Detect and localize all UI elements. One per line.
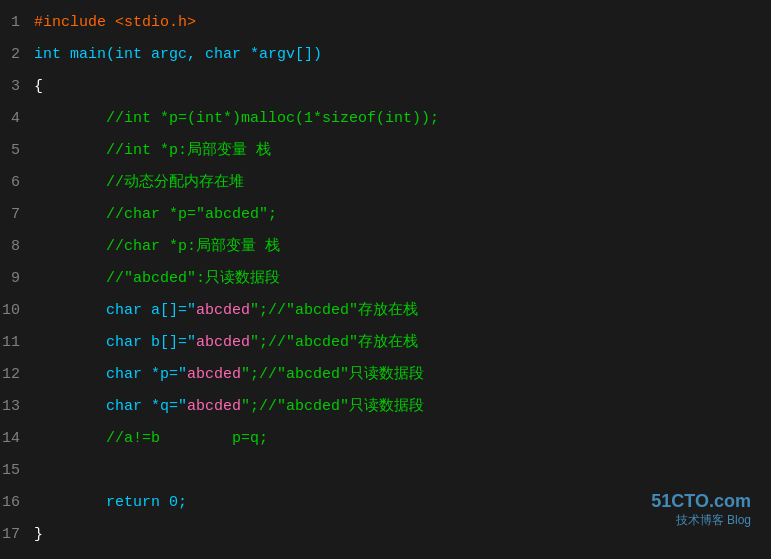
line-content: char *q="abcded";//"abcded"只读数据段 — [28, 392, 424, 422]
line-number: 5 — [0, 136, 28, 166]
line-content: int main(int argc, char *argv[]) — [28, 40, 322, 70]
code-line: 14 //a!=b p=q; — [0, 424, 771, 456]
code-line: 5 //int *p:局部变量 栈 — [0, 136, 771, 168]
line-content: char a[]="abcded";//"abcded"存放在栈 — [28, 296, 418, 326]
line-number: 11 — [0, 328, 28, 358]
line-number: 16 — [0, 488, 28, 518]
code-segment: //a!=b p=q; — [34, 430, 268, 447]
code-segment: char — [205, 46, 241, 63]
code-segment: b[]=" — [142, 334, 196, 351]
code-line: 6 //动态分配内存在堆 — [0, 168, 771, 200]
code-line: 1#include <stdio.h> — [0, 8, 771, 40]
code-segment: argc, — [142, 46, 205, 63]
code-segment: a[]=" — [142, 302, 196, 319]
code-segment: main( — [61, 46, 115, 63]
code-segment: ";//"abcded"存放在栈 — [250, 302, 418, 319]
line-number: 3 — [0, 72, 28, 102]
code-segment: ";//"abcded"只读数据段 — [241, 398, 424, 415]
code-segment — [34, 366, 106, 383]
code-segment: //"abcded":只读数据段 — [34, 270, 280, 287]
line-content: //a!=b p=q; — [28, 424, 268, 454]
code-line: 4 //int *p=(int*)malloc(1*sizeof(int)); — [0, 104, 771, 136]
line-content: //int *p:局部变量 栈 — [28, 136, 271, 166]
code-segment: #include <stdio.h> — [34, 14, 196, 31]
line-content: { — [28, 72, 43, 102]
code-line: 15 — [0, 456, 771, 488]
line-content: char b[]="abcded";//"abcded"存放在栈 — [28, 328, 418, 358]
line-number: 17 — [0, 520, 28, 550]
code-lines: 1#include <stdio.h>2int main(int argc, c… — [0, 8, 771, 552]
code-segment: //char *p="abcded"; — [34, 206, 277, 223]
line-number: 9 — [0, 264, 28, 294]
code-segment: return — [106, 494, 160, 511]
line-number: 15 — [0, 456, 28, 486]
code-line: 8 //char *p:局部变量 栈 — [0, 232, 771, 264]
line-content: char *p="abcded";//"abcded"只读数据段 — [28, 360, 424, 390]
line-number: 14 — [0, 424, 28, 454]
code-line: 10 char a[]="abcded";//"abcded"存放在栈 — [0, 296, 771, 328]
code-line: 9 //"abcded":只读数据段 — [0, 264, 771, 296]
line-content: //char *p:局部变量 栈 — [28, 232, 280, 262]
watermark-sub: 技术博客 Blog — [651, 512, 751, 529]
code-segment: //动态分配内存在堆 — [34, 174, 244, 191]
code-line: 12 char *p="abcded";//"abcded"只读数据段 — [0, 360, 771, 392]
line-content: //char *p="abcded"; — [28, 200, 277, 230]
line-number: 4 — [0, 104, 28, 134]
code-segment: //int *p:局部变量 栈 — [34, 142, 271, 159]
line-content: //动态分配内存在堆 — [28, 168, 244, 198]
code-segment: *p=" — [142, 366, 187, 383]
watermark: 51CTO.com 技术博客 Blog — [651, 491, 751, 529]
code-segment: abcded — [187, 366, 241, 383]
line-content: //"abcded":只读数据段 — [28, 264, 280, 294]
line-content: return 0; — [28, 488, 187, 518]
code-segment: //int *p=(int*)malloc(1*sizeof(int)); — [34, 110, 439, 127]
code-segment: int — [34, 46, 61, 63]
code-segment: { — [34, 78, 43, 95]
line-number: 10 — [0, 296, 28, 326]
code-segment — [34, 302, 106, 319]
code-segment: *argv[]) — [241, 46, 322, 63]
code-segment: abcded — [196, 334, 250, 351]
code-segment: abcded — [187, 398, 241, 415]
code-segment: ";//"abcded"只读数据段 — [241, 366, 424, 383]
line-number: 12 — [0, 360, 28, 390]
code-segment: //char *p:局部变量 栈 — [34, 238, 280, 255]
code-line: 13 char *q="abcded";//"abcded"只读数据段 — [0, 392, 771, 424]
line-number: 7 — [0, 200, 28, 230]
watermark-main: 51CTO.com — [651, 491, 751, 512]
code-line: 7 //char *p="abcded"; — [0, 200, 771, 232]
code-segment: char — [106, 366, 142, 383]
line-number: 1 — [0, 8, 28, 38]
line-number: 2 — [0, 40, 28, 70]
code-segment: int — [115, 46, 142, 63]
line-content: //int *p=(int*)malloc(1*sizeof(int)); — [28, 104, 439, 134]
line-number: 6 — [0, 168, 28, 198]
code-segment — [34, 398, 106, 415]
code-segment: char — [106, 398, 142, 415]
line-content: } — [28, 520, 43, 550]
code-line: 2int main(int argc, char *argv[]) — [0, 40, 771, 72]
line-number: 8 — [0, 232, 28, 262]
code-segment: } — [34, 526, 43, 543]
line-number: 13 — [0, 392, 28, 422]
code-segment: *q=" — [142, 398, 187, 415]
code-line: 11 char b[]="abcded";//"abcded"存放在栈 — [0, 328, 771, 360]
line-content: #include <stdio.h> — [28, 8, 196, 38]
code-segment: 0; — [160, 494, 187, 511]
code-line: 3{ — [0, 72, 771, 104]
code-segment: char — [106, 334, 142, 351]
code-segment — [34, 334, 106, 351]
code-segment — [34, 494, 106, 511]
code-segment: ";//"abcded"存放在栈 — [250, 334, 418, 351]
code-editor: 1#include <stdio.h>2int main(int argc, c… — [0, 0, 771, 559]
code-segment: abcded — [196, 302, 250, 319]
code-segment: char — [106, 302, 142, 319]
